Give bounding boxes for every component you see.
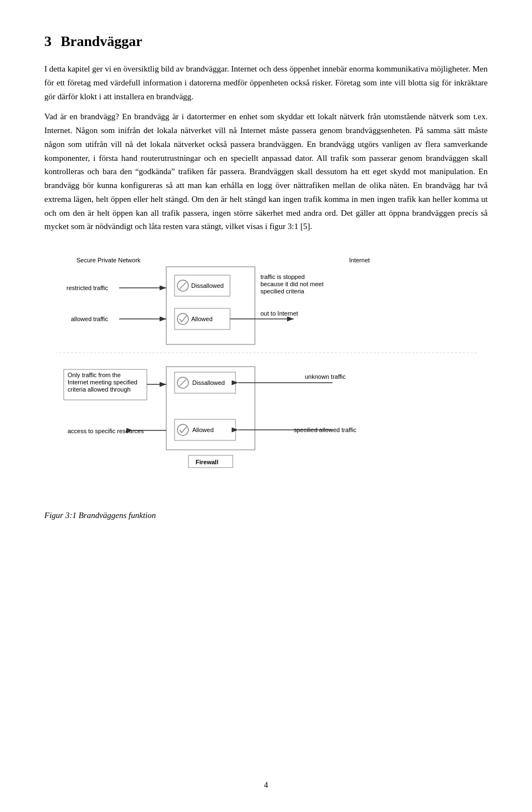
label-out-internet: out to Internet <box>260 310 298 317</box>
page-number: 4 <box>264 780 268 790</box>
stopped-text-2: because it did not meet <box>260 281 324 287</box>
chapter-title: Brandväggar <box>61 33 142 49</box>
label-allowed-top: allowed traffic <box>71 316 109 322</box>
label-restricted: restricted traffic <box>66 285 108 291</box>
stopped-text-3: specilied criteria <box>260 288 305 295</box>
criteria-text-1: Only traffic from the <box>68 372 121 378</box>
stopped-text-1: traffic is stopped <box>260 273 305 280</box>
label-unknown-traffic: unknown traffic <box>305 373 346 380</box>
chapter-number: 3 <box>44 33 52 49</box>
criteria-text-3: criteria allowed through <box>68 386 131 393</box>
label-internet-top: Internet <box>349 257 370 263</box>
allowed-label-upper: Allowed <box>191 316 213 322</box>
chapter-heading: 3 Brandväggar <box>44 33 488 50</box>
figure-caption: Figur 3:1 Brandväggens funktion <box>44 511 488 520</box>
page: 3 Brandväggar I detta kapitel ger vi en … <box>0 0 532 812</box>
figure-diagram: Secure Private Network Internet restrict… <box>55 250 477 505</box>
firewall-diagram-svg: Secure Private Network Internet restrict… <box>55 250 477 505</box>
paragraph-2: Vad är en brandvägg? En brandvägg är i d… <box>44 110 488 234</box>
label-access-resources: access to specific resources <box>68 428 144 434</box>
figure-container: Secure Private Network Internet restrict… <box>44 250 488 520</box>
dissallowed-label-upper: Dissallowed <box>191 282 224 289</box>
label-secure-network: Secure Private Network <box>76 257 141 263</box>
allowed-label-lower: Allowed <box>192 427 214 433</box>
firewall-label-text: Firewall <box>196 459 218 465</box>
paragraph-1: I detta kapitel ger vi en översiktlig bi… <box>44 62 488 103</box>
dissallowed-label-lower: Dissallowed <box>192 379 225 386</box>
criteria-text-2: Internet meeting specified <box>68 379 137 385</box>
